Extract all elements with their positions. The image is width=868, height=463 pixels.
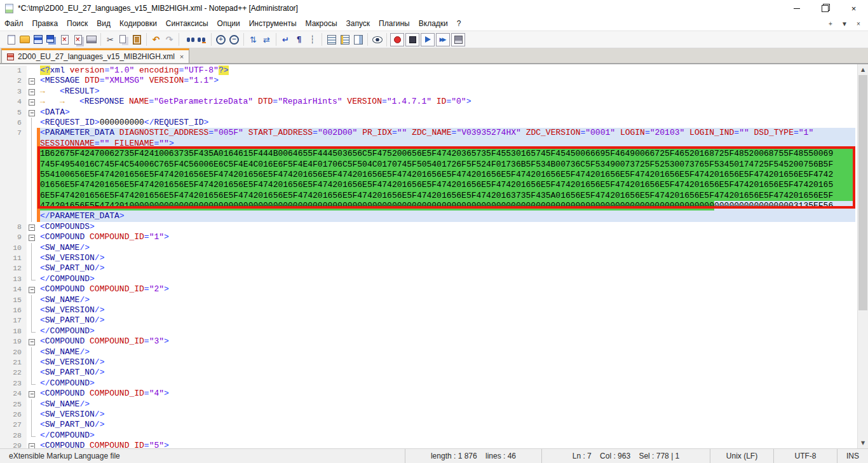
menu-item-11[interactable]: Плагины: [374, 17, 414, 30]
fold-margin: [27, 170, 37, 180]
fold-toggle-icon[interactable]: [27, 336, 37, 347]
indent-guides-icon[interactable]: [306, 33, 319, 46]
menu-item-10[interactable]: Запуск: [342, 17, 375, 30]
find-icon[interactable]: [182, 33, 195, 46]
code-text: <SW_VERSION/>: [40, 253, 855, 263]
editor-rows[interactable]: 1<?xml version="1.0" encoding="UTF-8"?>2…: [0, 64, 857, 448]
line-number: 23: [0, 378, 27, 389]
scroll-down-arrow-icon[interactable]: [858, 438, 868, 448]
new-file-icon[interactable]: [4, 33, 18, 46]
menu-item-8[interactable]: Инструменты: [245, 17, 301, 30]
replace-icon[interactable]: [195, 33, 208, 46]
code-text: <DATA>: [40, 107, 855, 118]
menu-item-6[interactable]: Синтаксисы: [161, 17, 213, 30]
menu-item-13[interactable]: ?: [452, 17, 466, 30]
close-button[interactable]: ×: [839, 0, 868, 17]
scroll-up-arrow-icon[interactable]: [858, 64, 868, 75]
editor-row: 14<COMPOUND COMPOUND_ID="2">: [0, 284, 855, 294]
menu-item-2[interactable]: Правка: [28, 17, 63, 30]
zoom-out-icon[interactable]: [227, 33, 241, 46]
undo-icon[interactable]: [149, 33, 163, 46]
save-macro-icon[interactable]: [451, 33, 465, 46]
editor-row: 21<SW_VERSION/>: [0, 357, 855, 368]
line-number: 29: [0, 441, 27, 448]
line-number: 18: [0, 326, 27, 336]
tab-list-dropdown[interactable]: ▼: [838, 18, 851, 29]
line-number: 25: [0, 399, 27, 410]
close-all-icon[interactable]: [71, 33, 85, 46]
zoom-in-icon[interactable]: [214, 33, 227, 46]
play-macro-icon[interactable]: [421, 33, 435, 46]
menu-item-3[interactable]: Поиск: [62, 17, 92, 30]
save-icon[interactable]: [31, 33, 44, 46]
open-file-icon[interactable]: [18, 33, 31, 46]
fold-toggle-icon[interactable]: [27, 107, 37, 118]
status-eol-format: Unix (LF): [710, 449, 773, 463]
toolbar-group: [367, 33, 386, 46]
fold-toggle-icon[interactable]: [27, 76, 37, 86]
redo-icon[interactable]: [163, 33, 176, 46]
sync-scroll-h-icon[interactable]: [260, 33, 273, 46]
function-list-icon[interactable]: [338, 33, 351, 46]
show-all-chars-icon[interactable]: [292, 33, 306, 46]
editor-row: 6<REQUEST_ID>000000000</REQUEST_ID>: [0, 118, 855, 128]
menu-item-7[interactable]: Опции: [213, 17, 245, 30]
menu-item-5[interactable]: Кодировки: [115, 17, 161, 30]
sync-scroll-v-icon[interactable]: [247, 33, 260, 46]
code-text: </PARAMETER_DATA>: [40, 211, 855, 221]
editor-row: 01656E5F474201656E5F474201656E5F47420165…: [0, 180, 855, 190]
code-text: <MESSAGE DTD="XMLMSG" VERSION="1.1">: [40, 76, 855, 86]
fold-toggle-icon[interactable]: [27, 86, 37, 97]
editor-row: 24<COMPOUND COMPOUND_ID="4">: [0, 389, 855, 399]
line-number: 24: [0, 389, 27, 399]
copy-icon[interactable]: [117, 33, 130, 46]
new-tab-button[interactable]: +: [824, 18, 837, 29]
monitoring-eye-icon[interactable]: [370, 33, 384, 46]
editor-row: 2<MESSAGE DTD="XMLMSG" VERSION="1.1">: [0, 76, 855, 86]
line-number: 26: [0, 410, 27, 420]
toolbar-group: [322, 33, 367, 46]
stop-macro-icon[interactable]: [405, 33, 419, 46]
line-number: 13: [0, 274, 27, 284]
code-text: <SW_PART_NO/>: [40, 315, 855, 326]
doc-list-icon[interactable]: [325, 33, 338, 46]
fold-toggle-icon[interactable]: [27, 441, 37, 448]
fold-toggle-icon[interactable]: [27, 222, 37, 232]
run-macro-multiple-icon[interactable]: [436, 33, 450, 46]
fold-toggle-icon[interactable]: [27, 284, 37, 294]
fold-margin: [27, 295, 37, 305]
save-all-icon[interactable]: [44, 33, 58, 46]
fold-toggle-icon[interactable]: [27, 232, 37, 242]
line-number: [0, 149, 27, 159]
close-icon[interactable]: [58, 33, 71, 46]
line-number: 8: [0, 222, 27, 232]
editor-row: 1B62675F42470062735F42410063735F435A0164…: [0, 149, 855, 159]
modified-file-icon: [7, 53, 14, 60]
editor-row: 26<SW_VERSION/>: [0, 410, 855, 420]
code-text: <SW_PART_NO/>: [40, 263, 855, 273]
menu-item-9[interactable]: Макросы: [301, 17, 342, 30]
word-wrap-icon[interactable]: [279, 33, 292, 46]
menu-item-1[interactable]: Файл: [0, 17, 28, 30]
line-number: 6: [0, 118, 27, 128]
cut-icon[interactable]: [104, 33, 117, 46]
close-document-button[interactable]: ×: [852, 18, 865, 29]
doc-map-icon[interactable]: [351, 33, 365, 46]
scrollbar-thumb[interactable]: [858, 75, 867, 310]
tab-active-document[interactable]: 2D00_EU_27_languages_v15_MIB2HIGH.xml ×: [1, 48, 189, 63]
fold-toggle-icon[interactable]: [27, 389, 37, 399]
menu-item-12[interactable]: Вкладки: [414, 17, 452, 30]
paste-icon[interactable]: [130, 33, 144, 46]
menu-extras: +▼×: [823, 18, 868, 29]
menu-item-4[interactable]: Вид: [92, 17, 115, 30]
code-text: <COMPOUND COMPOUND_ID="4">: [40, 389, 855, 399]
minimize-button[interactable]: [782, 0, 811, 17]
print-icon[interactable]: [85, 33, 98, 46]
fold-margin: [27, 368, 37, 378]
vertical-scrollbar[interactable]: [857, 64, 868, 448]
fold-toggle-icon[interactable]: [27, 97, 37, 107]
restore-button[interactable]: [811, 0, 839, 17]
record-macro-icon[interactable]: [390, 33, 404, 46]
tab-close-icon[interactable]: ×: [180, 53, 184, 60]
editor-row: 6E5F474201656E5F474201656E5F474201656E5F…: [0, 191, 855, 201]
